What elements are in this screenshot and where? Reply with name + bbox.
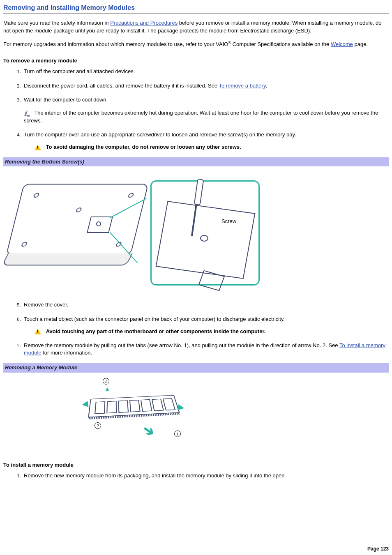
callout-1-bottom: 1 [174, 430, 181, 438]
arrow-icon: ➔ [138, 419, 159, 442]
remove-steps: Turn off the computer and all attached d… [3, 68, 389, 151]
intro-paragraph-1: Make sure you read the safety informatio… [3, 19, 389, 34]
warning-text: To avoid damaging the computer, do not r… [46, 144, 241, 150]
remove-battery-link[interactable]: To remove a battery [219, 83, 266, 89]
text: . [265, 83, 267, 89]
text: Make sure you read the safety informatio… [3, 20, 110, 26]
arrow-icon: ▲ [104, 385, 110, 393]
step-3: Wait for the computer to cool down. The … [22, 96, 389, 124]
warning-text: Avoid touching any part of the motherboa… [46, 328, 266, 334]
text: Turn the computer over and use an approp… [24, 131, 296, 138]
welcome-link[interactable]: Welcome [331, 41, 353, 47]
step-5: Remove the cover. [22, 301, 389, 309]
step-6: Touch a metal object (such as the connec… [22, 315, 389, 335]
text: Wait for the computer to cool down. [24, 97, 108, 103]
figure-caption-2: Removing a Memory Module [3, 363, 389, 372]
laptop-illustration [6, 184, 148, 255]
memory-module-illustration [88, 395, 180, 418]
section-install-heading: To install a memory module [3, 461, 389, 469]
arrow-icon: ▶ [178, 402, 184, 413]
step-1: Turn off the computer and all attached d… [22, 68, 389, 75]
figure-1: Screw [3, 166, 389, 301]
zoom-panel: Screw [150, 180, 260, 286]
page-title: Removing and Installing Memory Modules [3, 3, 389, 14]
text: Disconnect the power cord, all cables, a… [24, 83, 219, 89]
note-text: The interior of the computer becomes ext… [24, 110, 378, 124]
intro-paragraph-2: For memory upgrades and information abou… [3, 40, 389, 48]
install-steps: Remove the new memory module from its pa… [3, 472, 389, 479]
screw-label: Screw [221, 218, 236, 225]
install-step-1: Remove the new memory module from its pa… [22, 472, 389, 479]
arrow-icon: ◀ [81, 398, 88, 410]
figure-2: ◀ ▶ ▲ ➔ 1 2 1 [3, 373, 389, 452]
precautions-link[interactable]: Precautions and Procedures [110, 20, 178, 26]
warning-icon [35, 145, 41, 150]
step-2: Disconnect the power cord, all cables, a… [22, 82, 389, 90]
step-4: Turn the computer over and use an approp… [22, 131, 389, 151]
warning-block: Avoid touching any part of the motherboa… [35, 328, 389, 335]
text: Touch a metal object (such as the connec… [24, 316, 285, 322]
note-block: The interior of the computer becomes ext… [24, 109, 389, 124]
text: Computer Specifications available on the [231, 41, 331, 47]
callout-2: 2 [95, 422, 101, 429]
text: For memory upgrades and information abou… [3, 41, 228, 47]
note-icon [24, 110, 31, 117]
callout-1-top: 1 [103, 378, 109, 385]
text: for more information. [42, 350, 92, 356]
text: page. [353, 41, 368, 47]
remove-steps-cont: Remove the cover. Touch a metal object (… [3, 301, 389, 357]
section-remove-heading: To remove a memory module [3, 57, 389, 64]
warning-block: To avoid damaging the computer, do not r… [35, 143, 389, 151]
figure-caption-1: Removing the Bottom Screw(s) [3, 157, 389, 166]
text: Remove the memory module by pulling out … [24, 342, 339, 348]
warning-icon [35, 329, 41, 334]
step-7: Remove the memory module by pulling out … [22, 342, 389, 357]
